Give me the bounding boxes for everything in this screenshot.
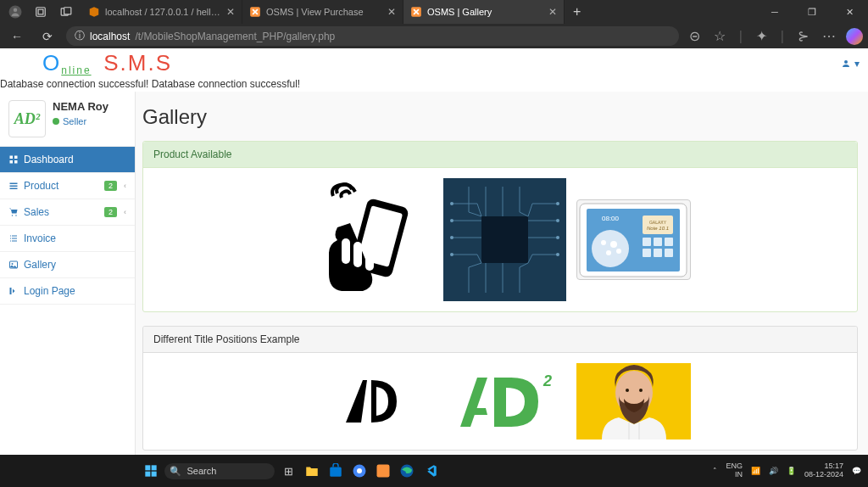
page-header: Online S.M.S ▾ xyxy=(0,48,868,78)
svg-rect-57 xyxy=(654,249,662,257)
svg-text:2: 2 xyxy=(542,372,552,389)
profile-avatar-icon[interactable] xyxy=(5,2,25,22)
language-indicator[interactable]: ENGIN xyxy=(726,462,743,479)
user-icon xyxy=(841,59,851,69)
address-actions: ⊝ ☆ | ✦ | ⊱ ⋯ xyxy=(686,28,863,45)
wifi-icon[interactable]: 📶 xyxy=(751,467,760,475)
sidebar-item-sales[interactable]: Sales 2 ‹ xyxy=(0,199,135,226)
chevron-left-icon: ‹ xyxy=(124,208,126,216)
sidebar-item-label: Product xyxy=(24,180,58,192)
gallery-image-ad-logo[interactable] xyxy=(310,363,433,439)
list-icon xyxy=(8,233,19,244)
sidebar-item-product[interactable]: Product 2 ‹ xyxy=(0,173,135,199)
svg-rect-23 xyxy=(12,241,17,242)
browser-tab-3[interactable]: OSMS | Gallery ✕ xyxy=(403,0,565,24)
notifications-icon[interactable]: 💬 xyxy=(852,467,861,475)
info-icon: ⓘ xyxy=(75,29,85,43)
window-controls: ─ ❐ ✕ xyxy=(756,0,868,24)
browser-tab-1[interactable]: localhost / 127.0.0.1 / hellophone ✕ xyxy=(81,0,242,24)
svg-point-46 xyxy=(610,241,617,248)
battery-icon[interactable]: 🔋 xyxy=(787,467,796,475)
refresh-button[interactable]: ⟳ xyxy=(36,25,59,48)
sidebar-item-label: Invoice xyxy=(24,232,56,244)
sidebar-item-label: Gallery xyxy=(24,259,56,271)
url-input[interactable]: ⓘ localhost/t/MobileShopManagement_PHP/g… xyxy=(66,26,679,46)
gallery-image-ad2-logo[interactable]: 2 xyxy=(443,363,566,439)
svg-rect-20 xyxy=(10,238,11,239)
extensions-icon[interactable]: ✦ xyxy=(753,28,771,44)
gallery-image-circuit[interactable] xyxy=(443,178,566,301)
svg-rect-19 xyxy=(12,236,17,237)
svg-rect-26 xyxy=(10,288,12,294)
content-row: AD² NEMA Roy Seller Dashboard Product 2 … xyxy=(0,92,868,455)
tab-title: OSMS | Gallery xyxy=(427,7,543,17)
svg-point-36 xyxy=(450,236,453,239)
page-title: Gallery xyxy=(142,105,858,129)
taskbar-app-chrome[interactable] xyxy=(349,461,370,481)
close-icon[interactable]: ✕ xyxy=(548,6,557,18)
main-content: Gallery Product Available xyxy=(136,92,868,455)
sidebar-item-label: Dashboard xyxy=(24,154,74,165)
volume-icon[interactable]: 🔊 xyxy=(769,467,778,475)
taskbar-app-store[interactable] xyxy=(326,461,346,481)
gallery-image-avatar[interactable] xyxy=(576,363,691,439)
xampp-icon xyxy=(249,6,261,18)
svg-rect-15 xyxy=(10,188,18,190)
minimize-button[interactable]: ─ xyxy=(756,0,793,24)
start-button[interactable] xyxy=(141,461,161,481)
taskbar-search[interactable]: 🔍 Search xyxy=(164,463,275,479)
gallery-image-phone[interactable] xyxy=(310,178,433,301)
sidebar: AD² NEMA Roy Seller Dashboard Product 2 … xyxy=(0,92,136,455)
svg-rect-54 xyxy=(654,238,662,246)
panel-body: 2 xyxy=(143,353,857,450)
tab-actions-icon[interactable] xyxy=(56,2,76,22)
svg-rect-3 xyxy=(38,9,43,14)
svg-rect-13 xyxy=(10,183,18,185)
svg-rect-22 xyxy=(10,241,11,242)
profile-block: AD² NEMA Roy Seller xyxy=(0,92,135,147)
favorite-icon[interactable]: ☆ xyxy=(710,28,729,44)
panel-body: 08:00 GALAXY Note 10.1 xyxy=(143,168,857,311)
collections-icon[interactable]: ⊱ xyxy=(794,28,812,44)
more-icon[interactable]: ⋯ xyxy=(819,28,839,44)
sidebar-item-invoice[interactable]: Invoice xyxy=(0,226,135,252)
svg-point-62 xyxy=(626,389,629,392)
sidebar-item-dashboard[interactable]: Dashboard xyxy=(0,147,135,173)
close-icon[interactable]: ✕ xyxy=(387,6,396,18)
gallery-image-tablet[interactable]: 08:00 GALAXY Note 10.1 xyxy=(576,199,691,280)
taskbar-app-explorer[interactable] xyxy=(302,461,322,481)
taskbar-app-edge[interactable] xyxy=(397,461,417,481)
workspaces-icon[interactable] xyxy=(31,2,51,22)
new-tab-button[interactable]: + xyxy=(565,4,589,20)
clock[interactable]: 15:1708-12-2024 xyxy=(804,462,843,479)
close-icon[interactable]: ✕ xyxy=(226,6,235,18)
svg-rect-30 xyxy=(353,242,362,267)
browser-tab-2[interactable]: OSMS | View Purchase ✕ xyxy=(242,0,403,24)
maximize-button[interactable]: ❐ xyxy=(793,0,831,24)
sidebar-item-label: Login Page xyxy=(24,285,75,297)
svg-point-16 xyxy=(12,215,14,216)
search-icon: 🔍 xyxy=(170,466,181,477)
taskbar-app-xampp[interactable] xyxy=(373,461,393,481)
sidebar-item-login[interactable]: Login Page xyxy=(0,278,135,305)
taskbar-app-vscode[interactable] xyxy=(420,461,441,481)
brand-sms: S.M.S xyxy=(103,50,172,76)
svg-rect-21 xyxy=(12,238,17,239)
zoom-icon[interactable]: ⊝ xyxy=(686,28,704,44)
svg-point-47 xyxy=(606,250,611,255)
tray-chevron-icon[interactable]: ˄ xyxy=(713,467,717,475)
copilot-icon[interactable] xyxy=(846,28,863,45)
svg-point-48 xyxy=(616,249,621,254)
browser-chrome: localhost / 127.0.0.1 / hellophone ✕ OSM… xyxy=(0,0,868,48)
user-dropdown[interactable]: ▾ xyxy=(841,58,860,70)
task-view-icon[interactable]: ⊞ xyxy=(278,461,298,481)
back-button[interactable]: ← xyxy=(5,25,29,48)
svg-point-44 xyxy=(592,230,629,267)
badge: 2 xyxy=(104,181,117,191)
profile-role[interactable]: Seller xyxy=(53,116,108,126)
svg-point-17 xyxy=(15,215,17,216)
brand-logo[interactable]: Online S.M.S xyxy=(42,50,172,76)
close-window-button[interactable]: ✕ xyxy=(831,0,868,24)
profile-info: NEMA Roy Seller xyxy=(53,100,108,126)
sidebar-item-gallery[interactable]: Gallery xyxy=(0,252,135,278)
